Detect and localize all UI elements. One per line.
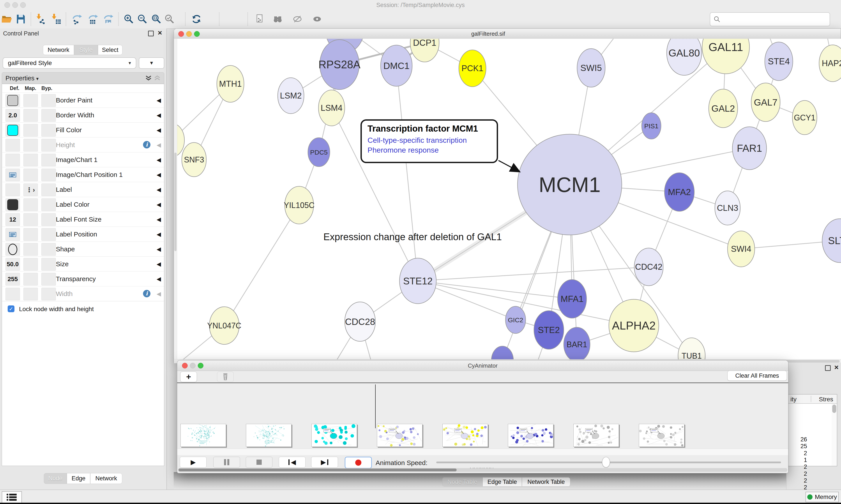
duplicate-network-button[interactable]	[253, 13, 266, 25]
collapse-row-icon[interactable]: ◀	[157, 216, 161, 223]
collapse-row-icon[interactable]: ◀	[157, 246, 161, 253]
hide-selected-button[interactable]	[291, 13, 304, 25]
property-row-border-paint[interactable]: Border Paint◀	[2, 93, 164, 108]
network-edge[interactable]	[396, 66, 418, 281]
default-cell[interactable]	[5, 243, 20, 256]
table-column-header[interactable]: Stres	[819, 396, 833, 403]
table-cell-value[interactable]: 2	[791, 464, 807, 470]
mapping-cell[interactable]	[23, 109, 38, 122]
zoom-selected-button[interactable]	[163, 13, 176, 25]
collapse-row-icon[interactable]: ◀	[157, 127, 161, 133]
clear-all-frames-button[interactable]: Clear All Frames	[727, 371, 787, 381]
frame-thumbnail-1[interactable]	[246, 424, 291, 447]
property-row-border-width[interactable]: 2.0Border Width◀	[2, 108, 164, 123]
skip-to-start-button[interactable]: ◀	[279, 457, 305, 468]
float-panel-icon[interactable]	[825, 365, 831, 371]
property-row-label-font-size[interactable]: 12Label Font Size◀	[2, 212, 164, 227]
default-cell[interactable]	[5, 198, 20, 211]
collapse-row-icon[interactable]: ◀	[157, 276, 161, 283]
collapse-row-icon[interactable]: ◀	[157, 157, 161, 163]
tab-select[interactable]: Select	[98, 45, 122, 55]
bypass-cell[interactable]	[41, 213, 56, 226]
default-cell[interactable]	[5, 168, 20, 181]
tab-network-table[interactable]: Network Table	[522, 477, 570, 486]
collapse-all-icon[interactable]	[154, 75, 161, 81]
tab-edge-table[interactable]: Edge Table	[482, 477, 522, 486]
default-cell[interactable]	[5, 228, 20, 241]
bypass-cell[interactable]	[41, 139, 56, 151]
float-panel-icon[interactable]	[148, 31, 154, 36]
frame-thumbnail-6[interactable]	[573, 424, 619, 447]
frame-thumbnail-7[interactable]	[639, 424, 684, 447]
property-row-transparency[interactable]: 255Transparency◀	[2, 271, 164, 286]
save-session-button[interactable]	[15, 13, 27, 25]
import-network-button[interactable]	[34, 13, 47, 25]
property-row-height[interactable]: Heighti◀	[2, 137, 164, 152]
mapping-cell[interactable]	[23, 198, 38, 211]
frame-thumbnail-5[interactable]	[508, 424, 553, 447]
info-icon[interactable]: i	[143, 141, 150, 148]
mcm1-annotation[interactable]: Transcription factor MCM1 Cell-type-spec…	[360, 119, 498, 163]
collapse-row-icon[interactable]: ◀	[157, 290, 161, 297]
style-selector[interactable]: galFiltered Style ▾	[3, 57, 136, 69]
default-cell[interactable]: 50.0	[5, 258, 20, 271]
default-cell[interactable]: 255	[5, 273, 20, 286]
zoom-out-button[interactable]	[136, 13, 148, 25]
network-edge[interactable]	[224, 205, 299, 326]
timeline-playhead[interactable]	[375, 384, 376, 428]
bypass-cell[interactable]	[41, 198, 56, 211]
mapping-cell[interactable]	[23, 168, 38, 181]
default-cell[interactable]	[5, 124, 20, 137]
refresh-button[interactable]	[190, 13, 202, 25]
collapse-row-icon[interactable]: ◀	[157, 97, 161, 104]
pause-button[interactable]	[213, 457, 240, 468]
network-vertical-scrollbar[interactable]	[174, 39, 177, 363]
bypass-cell[interactable]	[41, 273, 56, 286]
default-cell[interactable]: 2.0	[5, 109, 20, 122]
tab-node-table[interactable]: Node Table	[442, 477, 482, 486]
property-row-fill-color[interactable]: Fill Color◀	[2, 122, 164, 138]
collapse-row-icon[interactable]: ◀	[157, 231, 161, 238]
mapping-cell[interactable]	[23, 273, 38, 286]
zoom-fit-button[interactable]	[150, 13, 162, 25]
bypass-cell[interactable]	[41, 154, 56, 166]
mapping-cell[interactable]	[23, 228, 38, 241]
skip-to-end-button[interactable]: ▶	[311, 457, 338, 468]
open-session-button[interactable]	[0, 13, 13, 25]
bypass-cell[interactable]	[41, 288, 56, 300]
property-row-image-chart-position-1[interactable]: Image/Chart Position 1◀	[2, 167, 164, 182]
stop-button[interactable]	[246, 457, 272, 468]
property-row-label[interactable]: ⋮›Label◀	[2, 182, 164, 197]
mapping-cell[interactable]	[23, 154, 38, 166]
mapping-cell[interactable]	[23, 124, 38, 137]
bypass-cell[interactable]	[41, 124, 56, 137]
show-all-button[interactable]	[311, 13, 323, 25]
task-history-button[interactable]	[2, 491, 22, 503]
table-cell-value[interactable]: 26	[791, 436, 807, 443]
lock-checkbox[interactable]: ✓	[8, 305, 15, 312]
cyanimator-titlebar[interactable]: CyAnimator	[177, 360, 788, 371]
network-canvas[interactable]: DCP1PCK1RPS28ADMC1MTH1LSM2LSM4SWI5GAL80G…	[174, 39, 841, 363]
annotation-link[interactable]: Pheromone response	[368, 145, 491, 155]
mapping-cell[interactable]: ⋮›	[23, 183, 38, 196]
collapse-row-icon[interactable]: ◀	[157, 261, 161, 268]
memory-button[interactable]: Memory	[806, 492, 839, 502]
mapping-cell[interactable]	[23, 288, 38, 300]
default-cell[interactable]	[5, 139, 20, 151]
find-button[interactable]	[272, 13, 284, 25]
export-table-button[interactable]	[87, 13, 99, 25]
mapping-cell[interactable]	[23, 258, 38, 271]
import-table-button[interactable]	[50, 13, 62, 25]
property-row-shape[interactable]: Shape◀	[2, 241, 164, 257]
property-row-label-position[interactable]: Label Position◀	[2, 227, 164, 242]
mapping-cell[interactable]	[23, 243, 38, 256]
frame-thumbnail-0[interactable]	[180, 424, 226, 447]
record-button[interactable]	[345, 457, 372, 469]
delete-frame-button[interactable]	[217, 372, 234, 382]
bypass-cell[interactable]	[41, 168, 56, 181]
default-cell[interactable]	[5, 154, 20, 166]
property-row-label-color[interactable]: Label Color◀	[2, 197, 164, 212]
tab-network[interactable]: Network	[90, 473, 122, 484]
table-cell-value[interactable]: 2	[791, 477, 807, 484]
tab-edge[interactable]: Edge	[67, 473, 90, 484]
